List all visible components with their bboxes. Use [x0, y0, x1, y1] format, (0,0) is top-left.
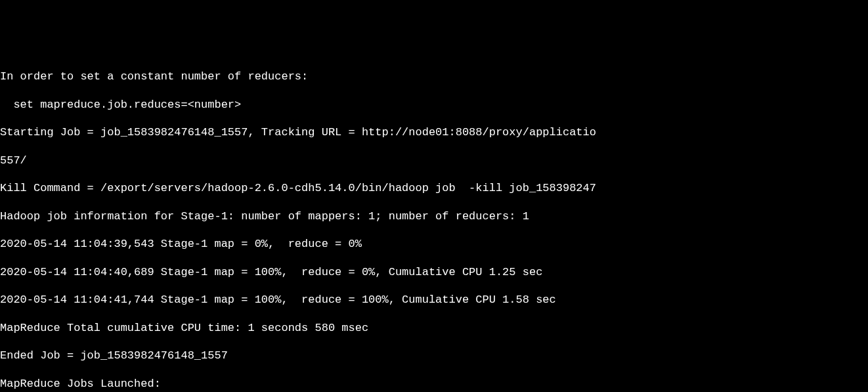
output-line: Ended Job = job_1583982476148_1557	[0, 349, 868, 362]
output-line: 557/	[0, 154, 868, 167]
output-line: Hadoop job information for Stage-1: numb…	[0, 209, 868, 223]
output-line: Kill Command = /export/servers/hadoop-2.…	[0, 181, 868, 195]
output-line: MapReduce Total cumulative CPU time: 1 s…	[0, 321, 868, 335]
output-line: Starting Job = job_1583982476148_1557, T…	[0, 125, 868, 139]
output-line: set mapreduce.job.reduces=<number>	[0, 98, 868, 112]
output-line: In order to set a constant number of red…	[0, 70, 868, 83]
output-line: MapReduce Jobs Launched:	[0, 377, 868, 391]
output-line: 2020-05-14 11:04:40,689 Stage-1 map = 10…	[0, 265, 868, 279]
terminal-output[interactable]: In order to set a constant number of red…	[0, 56, 868, 392]
output-line: 2020-05-14 11:04:41,744 Stage-1 map = 10…	[0, 293, 868, 307]
output-line: 2020-05-14 11:04:39,543 Stage-1 map = 0%…	[0, 237, 868, 251]
